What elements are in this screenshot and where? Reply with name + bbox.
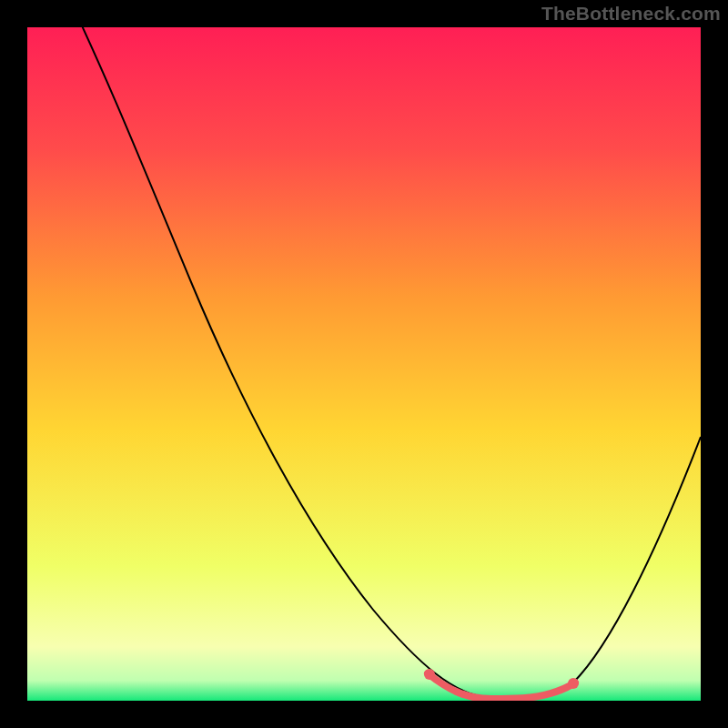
watermark-text: TheBottleneck.com	[541, 3, 721, 25]
highlight-dot-right	[568, 678, 579, 689]
highlight-dot-left	[424, 669, 435, 680]
optimal-highlight	[428, 673, 575, 699]
curves-overlay	[27, 27, 701, 701]
chart-frame: TheBottleneck.com	[0, 0, 728, 728]
plot-area	[27, 27, 701, 701]
bottleneck-curve	[66, 27, 701, 698]
